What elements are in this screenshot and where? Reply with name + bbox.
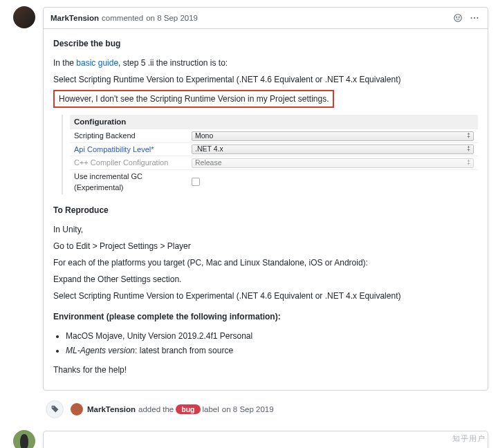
env-heading: Environment (please complete the followi… xyxy=(53,310,478,323)
comment-chriselion: chriselion commented on 10 Sep 2019 Coll… xyxy=(43,431,488,448)
comment-header: MarkTension commented on 8 Sep 2019 xyxy=(44,8,488,29)
basic-guide-link[interactable]: basic guide xyxy=(76,58,118,68)
avatar[interactable] xyxy=(13,6,35,28)
event-post: label xyxy=(203,405,219,413)
repro-step: Expand the Other Settings section. xyxy=(53,273,478,286)
config-label: C++ Compiler Configuration xyxy=(74,157,192,169)
intro-pre: In the xyxy=(53,58,76,68)
list-item: MacOS Mojave, Unity Version 2019.2.4f1 P… xyxy=(66,330,478,342)
smiley-icon[interactable] xyxy=(452,12,464,24)
config-title: Configuration xyxy=(70,115,478,129)
author-link[interactable]: MarkTension xyxy=(50,14,99,22)
chevron-down-icon: ‡ xyxy=(467,158,470,168)
env-list: MacOS Mojave, Unity Version 2019.2.4f1 P… xyxy=(66,330,478,357)
tag-icon xyxy=(46,400,64,418)
bug-label[interactable]: bug xyxy=(176,404,200,414)
intro-post: , step 5 .ii the instruction is to: xyxy=(118,58,228,68)
dropdown-cpp: Release‡ xyxy=(192,158,474,168)
repro-step: Select Scripting Runtime Version to Expe… xyxy=(53,290,478,302)
config-row-backend: Scripting Backend Mono‡ xyxy=(70,129,478,142)
config-panel: Configuration Scripting Backend Mono‡ Ap… xyxy=(62,115,478,194)
timestamp[interactable]: on 8 Sep 2019 xyxy=(146,14,198,22)
kebab-icon[interactable] xyxy=(468,12,481,24)
describe-heading: Describe the bug xyxy=(53,37,478,50)
author-link[interactable]: MarkTension xyxy=(87,405,136,413)
repro-step: In Unity, xyxy=(53,223,478,236)
action-text: commented xyxy=(102,14,143,22)
comment-marktension: MarkTension commented on 8 Sep 2019 Desc… xyxy=(43,7,488,391)
dropdown-api[interactable]: .NET 4.x‡ xyxy=(192,144,474,154)
svg-point-5 xyxy=(477,17,478,19)
repro-step: Go to Edit > Project Settings > Player xyxy=(53,240,478,252)
timestamp[interactable]: on 8 Sep 2019 xyxy=(222,405,274,413)
reproduce-heading: To Reproduce xyxy=(53,204,478,216)
highlighted-issue: However, I don't see the Scripting Runti… xyxy=(53,90,334,108)
comment-body: Describe the bug In the basic guide, ste… xyxy=(44,29,488,390)
config-label: Use incremental GC (Experimental) xyxy=(74,171,192,194)
svg-point-3 xyxy=(471,17,472,19)
config-label: Scripting Backend xyxy=(74,130,192,142)
instruction-line: Select Scripting Runtime Version to Expe… xyxy=(53,73,478,86)
chevron-down-icon: ‡ xyxy=(467,144,470,154)
watermark: 知乎用户 xyxy=(452,433,486,444)
list-item: ML-Agents version: latest branch from so… xyxy=(66,344,478,357)
chevron-down-icon: ‡ xyxy=(467,131,470,141)
repro-step: For each of the platforms you target (PC… xyxy=(53,256,478,269)
dropdown-backend[interactable]: Mono‡ xyxy=(192,131,474,141)
thanks-text: Thanks for the help! xyxy=(53,364,478,376)
config-row-gc: Use incremental GC (Experimental) xyxy=(70,169,478,194)
config-row-cpp: C++ Compiler Configuration Release‡ xyxy=(70,156,478,169)
svg-point-0 xyxy=(454,15,462,22)
avatar[interactable] xyxy=(13,430,35,448)
svg-point-2 xyxy=(459,17,459,17)
checkbox-gc[interactable] xyxy=(192,178,200,186)
config-label: Api Compatibility Level* xyxy=(74,144,192,156)
svg-point-4 xyxy=(474,17,475,19)
label-event: MarkTension added the bug label on 8 Sep… xyxy=(43,400,488,418)
svg-point-1 xyxy=(456,17,457,17)
event-pre: added the xyxy=(138,405,174,413)
avatar[interactable] xyxy=(71,403,83,416)
config-row-api: Api Compatibility Level* .NET 4.x‡ xyxy=(70,142,478,156)
